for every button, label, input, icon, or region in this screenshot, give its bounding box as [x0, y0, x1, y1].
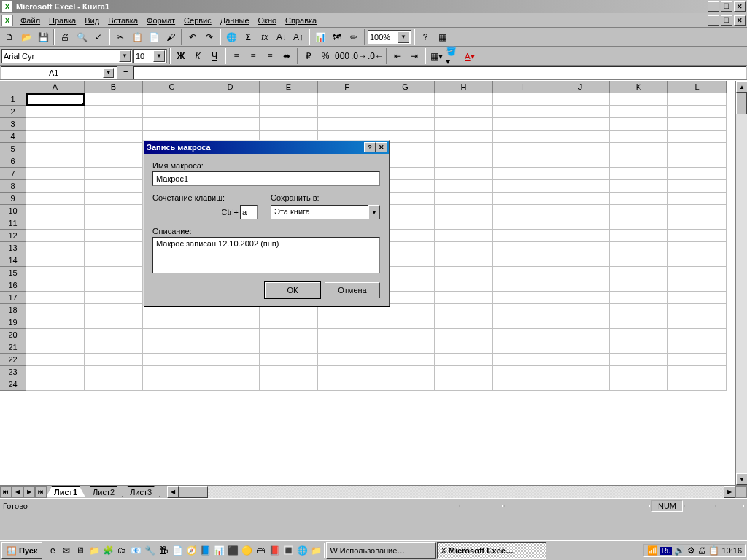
row-header[interactable]: 24 — [0, 378, 26, 391]
cell[interactable] — [668, 143, 727, 155]
doc-minimize-button[interactable]: _ — [708, 15, 719, 26]
tray-icon[interactable]: 📋 — [708, 545, 719, 556]
redo-icon[interactable]: ↷ — [201, 29, 217, 45]
cell[interactable] — [143, 341, 201, 354]
vertical-scrollbar[interactable]: ▲ ▼ — [735, 81, 747, 485]
cell[interactable] — [551, 329, 610, 341]
cell[interactable] — [201, 106, 260, 118]
cell[interactable] — [318, 329, 376, 341]
cell[interactable] — [435, 106, 493, 118]
cell[interactable] — [201, 366, 260, 378]
cell[interactable] — [493, 242, 551, 254]
sort-asc-icon[interactable]: A↓ — [274, 29, 290, 45]
cell[interactable] — [610, 131, 668, 143]
cell[interactable] — [435, 292, 493, 304]
ql-icon[interactable]: 🧩 — [101, 543, 115, 558]
align-left-icon[interactable]: ≡ — [228, 48, 244, 64]
chart-icon[interactable]: 📊 — [312, 29, 328, 45]
cell[interactable] — [318, 366, 376, 378]
sort-desc-icon[interactable]: A↑ — [290, 29, 306, 45]
cell[interactable] — [376, 341, 435, 354]
cell[interactable] — [26, 341, 85, 354]
cell[interactable] — [610, 292, 668, 304]
row-header[interactable]: 11 — [0, 217, 26, 230]
cell[interactable] — [143, 329, 201, 341]
cell[interactable] — [26, 378, 85, 391]
cell[interactable] — [551, 279, 610, 292]
cell[interactable] — [435, 217, 493, 230]
print-preview-icon[interactable]: 🔍 — [74, 29, 90, 45]
row-header[interactable]: 6 — [0, 155, 26, 168]
cell[interactable] — [318, 354, 376, 366]
tab-prev-icon[interactable]: ◀ — [12, 486, 23, 498]
cell[interactable] — [26, 242, 85, 254]
ql-icon[interactable]: 🧭 — [185, 543, 198, 558]
cell[interactable] — [260, 366, 318, 378]
cell[interactable] — [668, 131, 727, 143]
cell[interactable] — [551, 106, 610, 118]
cell[interactable] — [493, 279, 551, 292]
print-icon[interactable]: 🖨 — [57, 29, 73, 45]
cell[interactable] — [85, 143, 143, 155]
cell[interactable] — [435, 341, 493, 354]
cell[interactable] — [376, 366, 435, 378]
cell[interactable] — [551, 230, 610, 242]
row-header[interactable]: 13 — [0, 242, 26, 254]
restore-button[interactable]: ❐ — [721, 1, 732, 12]
doc-restore-button[interactable]: ❐ — [721, 15, 732, 26]
cell[interactable] — [551, 131, 610, 143]
column-header[interactable]: A — [26, 81, 85, 93]
chevron-down-icon[interactable]: ▼ — [119, 50, 131, 62]
cell[interactable] — [318, 341, 376, 354]
row-header[interactable]: 2 — [0, 106, 26, 118]
borders-icon[interactable]: ▦ — [434, 29, 450, 45]
cell[interactable] — [551, 292, 610, 304]
cell[interactable] — [493, 329, 551, 341]
cell[interactable] — [201, 341, 260, 354]
ql-icon[interactable]: 🟡 — [240, 543, 253, 558]
cell[interactable] — [435, 316, 493, 329]
cell[interactable] — [26, 329, 85, 341]
cell[interactable] — [551, 341, 610, 354]
chevron-down-icon[interactable]: ▼ — [153, 50, 165, 62]
scroll-thumb[interactable] — [736, 93, 747, 114]
cell[interactable] — [85, 155, 143, 168]
column-header[interactable]: H — [435, 81, 493, 93]
cell[interactable] — [610, 254, 668, 267]
cell[interactable] — [201, 118, 260, 131]
cell[interactable] — [668, 329, 727, 341]
cell[interactable] — [26, 279, 85, 292]
cell[interactable] — [493, 354, 551, 366]
cell[interactable] — [610, 304, 668, 316]
chevron-down-icon[interactable]: ▼ — [398, 31, 409, 43]
cell[interactable] — [260, 329, 318, 341]
cell[interactable] — [318, 118, 376, 131]
cell[interactable] — [85, 304, 143, 316]
tray-icon[interactable]: ⚙ — [687, 545, 695, 556]
name-box[interactable]: A1 ▼ — [1, 66, 117, 79]
menu-format[interactable]: Формат — [142, 15, 179, 26]
cell[interactable] — [143, 354, 201, 366]
currency-icon[interactable]: ₽ — [301, 48, 317, 64]
dialog-close-button[interactable]: ✕ — [376, 142, 387, 152]
cell[interactable] — [551, 304, 610, 316]
align-center-icon[interactable]: ≡ — [245, 48, 261, 64]
cell[interactable] — [435, 366, 493, 378]
cell[interactable] — [435, 180, 493, 192]
cell[interactable] — [493, 143, 551, 155]
dialog-titlebar[interactable]: Запись макроса ? ✕ — [144, 141, 389, 154]
cell[interactable] — [610, 279, 668, 292]
paste-icon[interactable]: 📄 — [146, 29, 162, 45]
menu-tools[interactable]: Сервис — [179, 15, 216, 26]
cell[interactable] — [260, 316, 318, 329]
cell[interactable] — [318, 316, 376, 329]
cell[interactable] — [435, 118, 493, 131]
cell[interactable] — [668, 378, 727, 391]
cell[interactable] — [435, 254, 493, 267]
cell[interactable] — [26, 118, 85, 131]
cell[interactable] — [85, 292, 143, 304]
column-header[interactable]: L — [668, 81, 727, 93]
cell[interactable] — [493, 366, 551, 378]
cell[interactable] — [376, 329, 435, 341]
cell[interactable] — [85, 378, 143, 391]
